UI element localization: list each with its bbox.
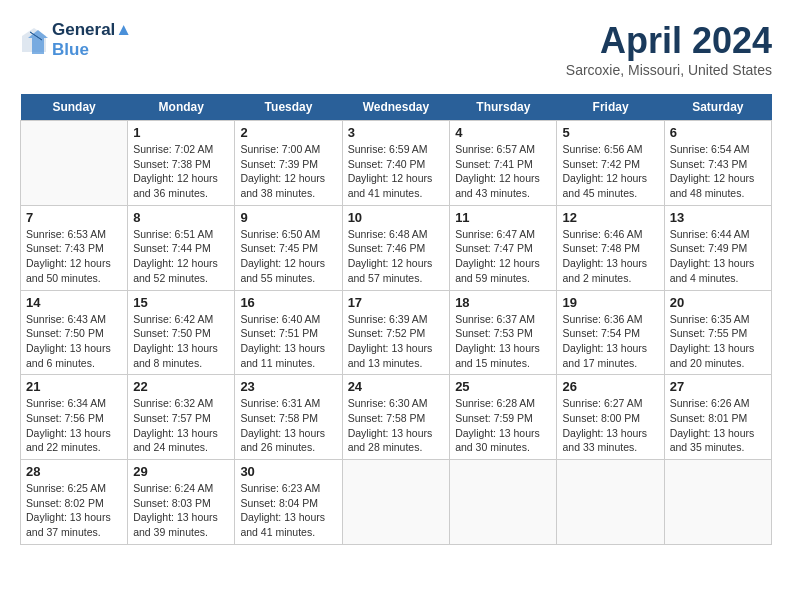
cell-line: and 50 minutes. (26, 271, 122, 286)
day-number: 2 (240, 125, 336, 140)
cell-line: Daylight: 13 hours (562, 341, 658, 356)
calendar-cell: 6Sunrise: 6:54 AMSunset: 7:43 PMDaylight… (664, 121, 771, 206)
calendar-cell: 11Sunrise: 6:47 AMSunset: 7:47 PMDayligh… (450, 205, 557, 290)
cell-line: and 41 minutes. (240, 525, 336, 540)
calendar-cell (557, 460, 664, 545)
cell-line: Sunrise: 6:51 AM (133, 227, 229, 242)
day-number: 12 (562, 210, 658, 225)
day-number: 5 (562, 125, 658, 140)
calendar-cell: 27Sunrise: 6:26 AMSunset: 8:01 PMDayligh… (664, 375, 771, 460)
cell-line: and 38 minutes. (240, 186, 336, 201)
cell-line: Sunrise: 6:42 AM (133, 312, 229, 327)
cell-line: Sunrise: 6:47 AM (455, 227, 551, 242)
calendar-body: 1Sunrise: 7:02 AMSunset: 7:38 PMDaylight… (21, 121, 772, 545)
calendar-cell: 12Sunrise: 6:46 AMSunset: 7:48 PMDayligh… (557, 205, 664, 290)
day-number: 30 (240, 464, 336, 479)
calendar-cell: 22Sunrise: 6:32 AMSunset: 7:57 PMDayligh… (128, 375, 235, 460)
cell-line: Sunset: 7:38 PM (133, 157, 229, 172)
day-number: 20 (670, 295, 766, 310)
cell-line: Sunset: 7:59 PM (455, 411, 551, 426)
calendar-cell (664, 460, 771, 545)
cell-line: Sunrise: 6:48 AM (348, 227, 445, 242)
calendar-cell: 9Sunrise: 6:50 AMSunset: 7:45 PMDaylight… (235, 205, 342, 290)
cell-line: Daylight: 13 hours (133, 341, 229, 356)
cell-line: Daylight: 13 hours (562, 426, 658, 441)
cell-line: and 8 minutes. (133, 356, 229, 371)
calendar-cell: 28Sunrise: 6:25 AMSunset: 8:02 PMDayligh… (21, 460, 128, 545)
cell-line: and 57 minutes. (348, 271, 445, 286)
cell-line: and 6 minutes. (26, 356, 122, 371)
cell-line: Sunrise: 6:53 AM (26, 227, 122, 242)
day-number: 26 (562, 379, 658, 394)
calendar-cell: 20Sunrise: 6:35 AMSunset: 7:55 PMDayligh… (664, 290, 771, 375)
cell-line: and 36 minutes. (133, 186, 229, 201)
cell-line: Daylight: 12 hours (455, 256, 551, 271)
title-section: April 2024 Sarcoxie, Missouri, United St… (566, 20, 772, 78)
cell-line: and 30 minutes. (455, 440, 551, 455)
column-header-wednesday: Wednesday (342, 94, 450, 121)
day-number: 21 (26, 379, 122, 394)
calendar-cell: 19Sunrise: 6:36 AMSunset: 7:54 PMDayligh… (557, 290, 664, 375)
cell-line: Sunset: 7:58 PM (240, 411, 336, 426)
cell-line: Sunset: 7:48 PM (562, 241, 658, 256)
cell-line: and 55 minutes. (240, 271, 336, 286)
cell-line: and 4 minutes. (670, 271, 766, 286)
day-number: 28 (26, 464, 122, 479)
cell-line: and 26 minutes. (240, 440, 336, 455)
cell-line: Daylight: 13 hours (348, 426, 445, 441)
day-number: 14 (26, 295, 122, 310)
cell-line: Sunset: 7:52 PM (348, 326, 445, 341)
cell-line: Sunset: 7:40 PM (348, 157, 445, 172)
cell-line: Daylight: 13 hours (455, 341, 551, 356)
cell-line: Sunrise: 7:00 AM (240, 142, 336, 157)
calendar-cell: 23Sunrise: 6:31 AMSunset: 7:58 PMDayligh… (235, 375, 342, 460)
cell-line: Daylight: 13 hours (240, 510, 336, 525)
cell-line: and 28 minutes. (348, 440, 445, 455)
cell-line: Daylight: 12 hours (240, 171, 336, 186)
cell-line: and 59 minutes. (455, 271, 551, 286)
cell-line: Sunrise: 6:39 AM (348, 312, 445, 327)
cell-line: and 22 minutes. (26, 440, 122, 455)
cell-line: Sunset: 7:42 PM (562, 157, 658, 172)
calendar-cell: 13Sunrise: 6:44 AMSunset: 7:49 PMDayligh… (664, 205, 771, 290)
cell-line: and 48 minutes. (670, 186, 766, 201)
day-number: 6 (670, 125, 766, 140)
calendar-cell: 16Sunrise: 6:40 AMSunset: 7:51 PMDayligh… (235, 290, 342, 375)
day-number: 4 (455, 125, 551, 140)
cell-line: Sunset: 7:50 PM (26, 326, 122, 341)
calendar-cell: 29Sunrise: 6:24 AMSunset: 8:03 PMDayligh… (128, 460, 235, 545)
cell-line: and 11 minutes. (240, 356, 336, 371)
cell-line: Sunset: 7:49 PM (670, 241, 766, 256)
cell-line: Sunrise: 6:46 AM (562, 227, 658, 242)
calendar-cell: 7Sunrise: 6:53 AMSunset: 7:43 PMDaylight… (21, 205, 128, 290)
day-number: 17 (348, 295, 445, 310)
cell-line: Sunset: 7:41 PM (455, 157, 551, 172)
day-number: 13 (670, 210, 766, 225)
cell-line: Daylight: 12 hours (562, 171, 658, 186)
week-row-4: 21Sunrise: 6:34 AMSunset: 7:56 PMDayligh… (21, 375, 772, 460)
calendar-cell: 24Sunrise: 6:30 AMSunset: 7:58 PMDayligh… (342, 375, 450, 460)
cell-line: Daylight: 12 hours (348, 171, 445, 186)
cell-line: Sunrise: 6:36 AM (562, 312, 658, 327)
cell-line: Sunrise: 6:25 AM (26, 481, 122, 496)
day-number: 23 (240, 379, 336, 394)
cell-line: Sunrise: 6:56 AM (562, 142, 658, 157)
calendar-cell: 1Sunrise: 7:02 AMSunset: 7:38 PMDaylight… (128, 121, 235, 206)
month-title: April 2024 (566, 20, 772, 62)
day-number: 19 (562, 295, 658, 310)
cell-line: Daylight: 13 hours (26, 510, 122, 525)
calendar-cell: 10Sunrise: 6:48 AMSunset: 7:46 PMDayligh… (342, 205, 450, 290)
cell-line: Sunset: 7:56 PM (26, 411, 122, 426)
cell-line: Daylight: 13 hours (455, 426, 551, 441)
cell-line: Sunset: 8:01 PM (670, 411, 766, 426)
day-number: 22 (133, 379, 229, 394)
logo: General▲ Blue (20, 20, 132, 60)
column-header-thursday: Thursday (450, 94, 557, 121)
week-row-1: 1Sunrise: 7:02 AMSunset: 7:38 PMDaylight… (21, 121, 772, 206)
cell-line: and 39 minutes. (133, 525, 229, 540)
calendar-table: SundayMondayTuesdayWednesdayThursdayFrid… (20, 94, 772, 545)
day-number: 1 (133, 125, 229, 140)
column-header-tuesday: Tuesday (235, 94, 342, 121)
cell-line: and 52 minutes. (133, 271, 229, 286)
cell-line: Sunrise: 6:32 AM (133, 396, 229, 411)
